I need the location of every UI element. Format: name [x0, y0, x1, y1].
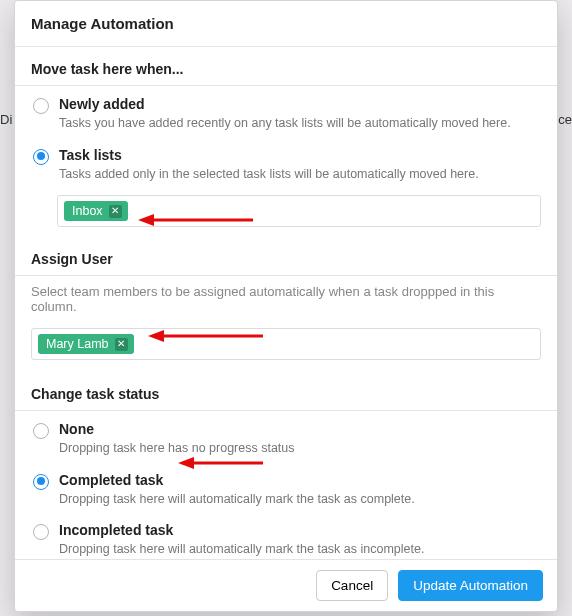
radio-completed-desc: Dropping task here will automatically ma…	[59, 491, 541, 509]
modal-footer: Cancel Update Automation	[15, 559, 557, 611]
radio-none-label: None	[59, 421, 541, 437]
update-automation-button[interactable]: Update Automation	[398, 570, 543, 601]
radio-task-lists-control[interactable]	[33, 149, 49, 165]
task-lists-tag-input[interactable]: Inbox ✕	[57, 195, 541, 227]
assign-section-title: Assign User	[15, 237, 557, 276]
radio-task-lists[interactable]: Task lists Tasks added only in the selec…	[15, 137, 557, 188]
modal-title: Manage Automation	[15, 1, 557, 47]
move-section-title: Move task here when...	[15, 47, 557, 86]
radio-none-desc: Dropping task here has no progress statu…	[59, 440, 541, 458]
status-section-title: Change task status	[15, 372, 557, 411]
radio-newly-added-desc: Tasks you have added recently on any tas…	[59, 115, 541, 133]
radio-newly-added-control[interactable]	[33, 98, 49, 114]
bg-text-left: Di	[0, 112, 12, 127]
radio-completed[interactable]: Completed task Dropping task here will a…	[15, 462, 557, 513]
tag-inbox-remove-icon[interactable]: ✕	[109, 205, 122, 218]
radio-completed-label: Completed task	[59, 472, 541, 488]
radio-none[interactable]: None Dropping task here has no progress …	[15, 411, 557, 462]
radio-incompleted-control[interactable]	[33, 524, 49, 540]
radio-newly-added[interactable]: Newly added Tasks you have added recentl…	[15, 86, 557, 137]
tag-inbox: Inbox ✕	[64, 201, 128, 221]
assign-user-tag-input[interactable]: Mary Lamb ✕	[31, 328, 541, 360]
radio-newly-added-label: Newly added	[59, 96, 541, 112]
tag-inbox-label: Inbox	[72, 204, 103, 218]
radio-incompleted-label: Incompleted task	[59, 522, 541, 538]
manage-automation-modal: Manage Automation Move task here when...…	[14, 0, 558, 612]
radio-incompleted-desc: Dropping task here will automatically ma…	[59, 541, 541, 559]
assign-section-desc: Select team members to be assigned autom…	[15, 276, 557, 320]
modal-body: Move task here when... Newly added Tasks…	[15, 47, 557, 559]
radio-task-lists-desc: Tasks added only in the selected task li…	[59, 166, 541, 184]
radio-completed-control[interactable]	[33, 474, 49, 490]
tag-mary-lamb: Mary Lamb ✕	[38, 334, 134, 354]
radio-task-lists-label: Task lists	[59, 147, 541, 163]
radio-incompleted[interactable]: Incompleted task Dropping task here will…	[15, 512, 557, 559]
cancel-button[interactable]: Cancel	[316, 570, 388, 601]
tag-mary-lamb-label: Mary Lamb	[46, 337, 109, 351]
tag-mary-lamb-remove-icon[interactable]: ✕	[115, 338, 128, 351]
bg-text-right: ce	[558, 112, 572, 127]
radio-none-control[interactable]	[33, 423, 49, 439]
